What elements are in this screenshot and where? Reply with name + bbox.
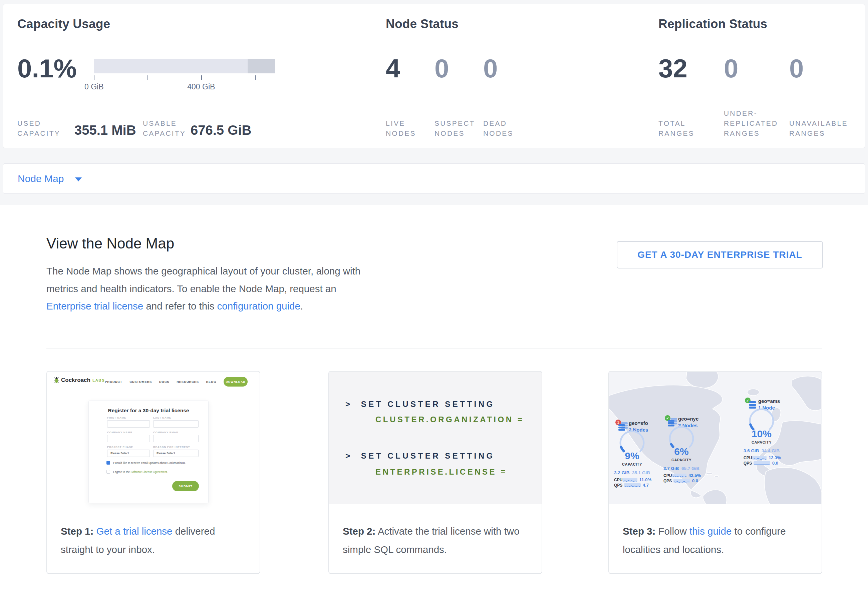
- suspect-nodes-label: SUSPECT NODES: [434, 118, 480, 138]
- cluster-locality-label: geo=ams: [758, 398, 780, 404]
- mini-nav-docs: DOCS: [159, 380, 169, 384]
- dead-nodes-count: 0: [483, 54, 532, 82]
- live-nodes-label: LIVE NODES: [386, 118, 424, 138]
- logo-text: Cockroach: [61, 377, 90, 384]
- email-updates-label: I would like to receive email updates ab…: [113, 461, 186, 465]
- replication-status-section: Replication Status 32 0 0 TOTAL RANGES U…: [658, 17, 865, 31]
- step-number: Step 2:: [343, 525, 375, 537]
- form-title: Register for a 30-day trial license: [89, 408, 208, 413]
- cluster-summary-panel: Capacity Usage 0.1% 0 GiB 400 GiB USED C…: [3, 4, 865, 148]
- axis-tick: [94, 75, 94, 80]
- capacity-used: 3.6 GiB: [744, 448, 759, 453]
- axis-tick: [148, 75, 148, 80]
- enterprise-trial-license-link[interactable]: Enterprise trial license: [46, 300, 143, 312]
- cpu-sparkline: [623, 478, 638, 482]
- license-agreement-checkbox: [106, 470, 110, 474]
- intro-text: and refer to this: [143, 300, 217, 312]
- field-label: FIRST NAME: [107, 416, 126, 419]
- capacity-used: 3.2 GiB: [614, 470, 630, 475]
- mini-nav-blog: BLOG: [206, 380, 216, 384]
- select-placeholder: Please Select: [156, 452, 175, 455]
- cockroach-labs-logo: Cockroach LABS: [54, 377, 105, 384]
- chevron-down-icon: [75, 177, 82, 181]
- last-name-input: [153, 420, 199, 428]
- this-guide-link[interactable]: this guide: [689, 525, 732, 537]
- capacity-used: 3.7 GiB: [663, 466, 679, 471]
- sql-argument: CLUSTER.ORGANIZATION =: [375, 415, 524, 424]
- used-capacity-label: USED CAPACITY: [17, 118, 62, 138]
- license-agreement-label: I agree to the Software License Agreemen…: [113, 470, 168, 474]
- axis-tick: [201, 75, 202, 80]
- axis-tick-label: 400 GiB: [187, 82, 215, 91]
- step2-card: > SET CLUSTER SETTING CLUSTER.ORGANIZATI…: [328, 371, 542, 574]
- view-selector-label[interactable]: Node Map: [18, 173, 64, 184]
- field-label: COMPANY EMAIL: [153, 431, 179, 434]
- mini-download-button: DOWNLOAD: [224, 377, 248, 387]
- step3-caption: Step 3: Follow this guide to configure l…: [609, 504, 822, 559]
- cpu-value: 42.5%: [688, 473, 701, 478]
- unavailable-ranges-label: UNAVAILABLE RANGES: [789, 118, 848, 138]
- step-text: Follow: [655, 525, 689, 537]
- capacity-word: CAPACITY: [665, 458, 698, 462]
- cluster-overview-page: Capacity Usage 0.1% 0 GiB 400 GiB USED C…: [0, 0, 868, 593]
- mini-nav-customers: CUSTOMERS: [130, 380, 152, 384]
- qps-value: 0.0: [692, 478, 698, 483]
- cockroach-bug-icon: [54, 377, 59, 384]
- mini-submit-button: SUBMIT: [172, 481, 199, 491]
- intro-text: .: [300, 300, 303, 312]
- cpu-value: 12.3%: [769, 455, 781, 460]
- node-map-promo-panel: View the Node Map The Node Map shows the…: [0, 205, 868, 593]
- mini-nav-product: PRODUCT: [105, 380, 122, 384]
- capacity-bar-chart: 0 GiB 400 GiB: [94, 59, 275, 93]
- live-nodes-count: 4: [386, 54, 434, 82]
- step-number: Step 3:: [623, 525, 655, 537]
- company-email-input: [153, 435, 199, 442]
- capacity-total: 65.7 GiB: [682, 466, 700, 471]
- usable-capacity-value: 676.5 GiB: [190, 122, 251, 138]
- field-label: PROJECT PHASE: [107, 446, 133, 449]
- email-updates-checkbox: [106, 461, 110, 465]
- view-selector-dropdown[interactable]: Node Map: [3, 163, 865, 194]
- cluster-locality-label: geo=nyc: [678, 416, 698, 422]
- step3-card: 1 geo=sfo 2 Nodes 9% CAPACITY 3.2 GiB: [608, 371, 822, 574]
- capacity-total: 35.1 GiB: [632, 470, 650, 475]
- mini-site-nav: PRODUCT CUSTOMERS DOCS RESOURCES BLOG DO…: [105, 377, 248, 387]
- intro-text: The Node Map shows the geographical layo…: [46, 265, 360, 294]
- node-map-preview: 1 geo=sfo 2 Nodes 9% CAPACITY 3.2 GiB: [609, 372, 822, 504]
- mini-nav-resources: RESOURCES: [177, 380, 199, 384]
- cpu-label: CPU: [663, 473, 672, 478]
- replication-status-title: Replication Status: [658, 17, 865, 31]
- license-agreement-text: I agree to the: [113, 470, 130, 474]
- cpu-value: 11.0%: [639, 477, 651, 482]
- cpu-label: CPU: [614, 478, 623, 482]
- capacity-bar-used-segment: [248, 59, 275, 74]
- cluster-locality-label: geo=sfo: [629, 420, 648, 426]
- sql-argument: ENTERPRISE.LICENSE =: [375, 467, 507, 477]
- field-label: COMPANY NAME: [107, 431, 133, 434]
- cpu-sparkline: [752, 456, 766, 460]
- unavailable-ranges-count: 0: [789, 54, 855, 82]
- step1-card: Cockroach LABS PRODUCT CUSTOMERS DOCS RE…: [46, 371, 260, 574]
- sql-command: > SET CLUSTER SETTING: [345, 400, 495, 409]
- capacity-used-percent: 0.1%: [17, 54, 77, 93]
- capacity-total: 34.4 GiB: [762, 448, 779, 453]
- qps-label: QPS: [663, 478, 673, 483]
- usable-capacity-label: USABLE CAPACITY: [143, 118, 188, 138]
- sql-command: > SET CLUSTER SETTING: [345, 451, 495, 461]
- qps-sparkline: [673, 479, 690, 483]
- get-trial-license-link[interactable]: Get a trial license: [96, 525, 173, 537]
- configuration-guide-link[interactable]: configuration guide: [217, 300, 300, 312]
- select-placeholder: Please Select: [111, 452, 129, 455]
- get-enterprise-trial-button[interactable]: GET A 30-DAY ENTERPRISE TRIAL: [617, 241, 823, 268]
- under-replicated-ranges-count: 0: [724, 54, 789, 82]
- step2-caption: Step 2: Activate the trial license with …: [329, 504, 542, 559]
- company-name-input: [107, 435, 150, 442]
- axis-tick: [255, 75, 255, 80]
- registration-site-thumbnail: Cockroach LABS PRODUCT CUSTOMERS DOCS RE…: [47, 372, 260, 504]
- step1-caption: Step 1: Get a trial license delivered st…: [47, 504, 260, 559]
- qps-sparkline: [754, 461, 770, 465]
- cpu-sparkline: [672, 474, 686, 477]
- logo-suffix-text: LABS: [93, 378, 105, 382]
- capacity-word: CAPACITY: [745, 440, 778, 444]
- total-ranges-count: 32: [658, 54, 724, 82]
